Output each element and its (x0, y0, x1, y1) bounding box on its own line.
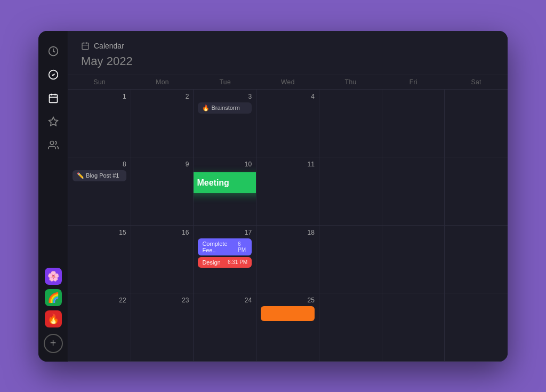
day-headers-row: Sun Mon Tue Wed Thu Fri Sat (68, 75, 508, 90)
date-1: 1 (73, 93, 126, 100)
day-header-tue: Tue (194, 75, 256, 89)
date-15: 15 (73, 229, 126, 236)
cell-fri-6[interactable] (382, 90, 445, 157)
meeting-label: Meeting (197, 178, 229, 188)
cell-mon-2[interactable]: 2 (131, 90, 194, 157)
cell-wed-18[interactable]: 18 (256, 226, 319, 293)
event-blog-post[interactable]: ✏️ Blog Post #1 (73, 170, 126, 181)
cell-mon-16[interactable]: 16 (131, 226, 194, 293)
date-8: 8 (73, 161, 126, 168)
month-name: May (81, 54, 103, 68)
calendar-header-icon (81, 42, 90, 50)
header-title-row: Calendar (81, 42, 495, 50)
day-header-mon: Mon (131, 75, 194, 89)
date-3: 3 (198, 93, 252, 100)
cell-wed-11[interactable]: 11 (256, 157, 319, 225)
flower-app-icon[interactable]: 🌸 (45, 268, 62, 285)
cell-thu-5[interactable] (319, 90, 382, 157)
date-11: 11 (261, 161, 315, 168)
main-content: Calendar May 2022 Sun Mon Tue Wed Thu Fr… (68, 31, 508, 362)
cell-thu-12[interactable] (319, 157, 382, 225)
cell-thu-26[interactable] (319, 293, 382, 361)
event-design[interactable]: Design 6:31 PM (198, 257, 252, 268)
cell-tue-10[interactable]: 10 📞 Meeting ☝ (194, 157, 256, 225)
date-22: 22 (73, 297, 126, 304)
app-window: 🌸 🌈 🔥 + Calendar May 2022 Sun Mon Tue We… (38, 31, 508, 362)
svg-marker-6 (49, 117, 58, 125)
calendar-body: 1 2 3 🔥 Brainstorm 4 (68, 90, 508, 362)
cell-sat-7[interactable] (445, 90, 508, 157)
date-23: 23 (135, 297, 189, 304)
cell-sat-21[interactable] (445, 226, 508, 293)
day-header-thu: Thu (319, 75, 382, 89)
month-year-title: May 2022 (81, 54, 495, 68)
date-10: 10 (198, 161, 252, 168)
cell-fri-20[interactable] (382, 226, 445, 293)
cell-sat-14[interactable] (445, 157, 508, 225)
cell-wed-25[interactable]: 25 (256, 293, 319, 361)
date-17: 17 (198, 229, 252, 236)
cell-wed-4[interactable]: 4 (256, 90, 319, 157)
date-9: 9 (135, 161, 189, 168)
cell-thu-19[interactable] (319, 226, 382, 293)
event-meeting[interactable]: 📞 Meeting ☝ (194, 172, 256, 193)
date-4: 4 (261, 93, 315, 100)
cell-fri-13[interactable] (382, 157, 445, 225)
event-complete-time: 6 PM (238, 241, 247, 253)
event-complete-label: Complete Fee.. (202, 241, 234, 253)
calendar-row-1: 1 2 3 🔥 Brainstorm 4 (68, 90, 508, 158)
calendar-row-4: 22 23 24 25 (68, 293, 508, 362)
date-25: 25 (261, 297, 315, 304)
cell-tue-3[interactable]: 3 🔥 Brainstorm (194, 90, 256, 157)
cell-sun-15[interactable]: 15 (68, 226, 131, 293)
calendar-row-3: 15 16 17 Complete Fee.. 6 PM Design 6 (68, 226, 508, 294)
event-design-time: 6:31 PM (228, 259, 247, 265)
event-design-label: Design (202, 259, 220, 266)
date-18: 18 (261, 229, 315, 236)
day-header-sat: Sat (445, 75, 508, 89)
day-header-wed: Wed (256, 75, 319, 89)
svg-rect-8 (82, 43, 89, 49)
sidebar-icon-users[interactable] (44, 135, 63, 155)
svg-rect-2 (49, 94, 57, 102)
event-orange[interactable] (261, 306, 315, 321)
event-brainstorm[interactable]: 🔥 Brainstorm (198, 102, 252, 114)
add-button[interactable]: + (44, 334, 63, 353)
header-label: Calendar (94, 42, 124, 50)
cell-mon-9[interactable]: 9 (131, 157, 194, 225)
sidebar-icon-star[interactable] (44, 112, 63, 131)
event-complete-fee[interactable]: Complete Fee.. 6 PM (198, 238, 252, 255)
date-16: 16 (135, 229, 189, 236)
cell-sun-22[interactable]: 22 (68, 293, 131, 361)
day-header-fri: Fri (382, 75, 445, 89)
sidebar-icon-calendar[interactable] (44, 89, 63, 108)
meeting-event-wrapper: 📞 Meeting ☝ (194, 172, 256, 193)
sidebar: 🌸 🌈 🔥 + (38, 31, 68, 362)
calendar-row-2: 8 ✏️ Blog Post #1 9 10 📞 Meeting ☝ (68, 157, 508, 226)
cell-fri-27[interactable] (382, 293, 445, 361)
cell-mon-23[interactable]: 23 (131, 293, 194, 361)
cell-sat-28[interactable] (445, 293, 508, 361)
sidebar-icon-clock[interactable] (44, 42, 63, 61)
date-2: 2 (135, 93, 189, 100)
svg-point-7 (50, 141, 54, 145)
calendar-grid: Sun Mon Tue Wed Thu Fri Sat 1 2 (68, 75, 508, 362)
sidebar-icon-check[interactable] (44, 65, 63, 84)
year-value: 2022 (107, 54, 133, 68)
day-header-sun: Sun (68, 75, 131, 89)
rainbow-app-icon[interactable]: 🌈 (45, 289, 62, 306)
cell-sun-8[interactable]: 8 ✏️ Blog Post #1 (68, 157, 131, 225)
cell-tue-17[interactable]: 17 Complete Fee.. 6 PM Design 6:31 PM (194, 226, 256, 293)
header: Calendar May 2022 (68, 31, 508, 75)
cell-tue-24[interactable]: 24 (194, 293, 256, 361)
fire-app-icon[interactable]: 🔥 (45, 310, 62, 327)
cell-sun-1[interactable]: 1 (68, 90, 131, 157)
date-24: 24 (198, 297, 252, 304)
